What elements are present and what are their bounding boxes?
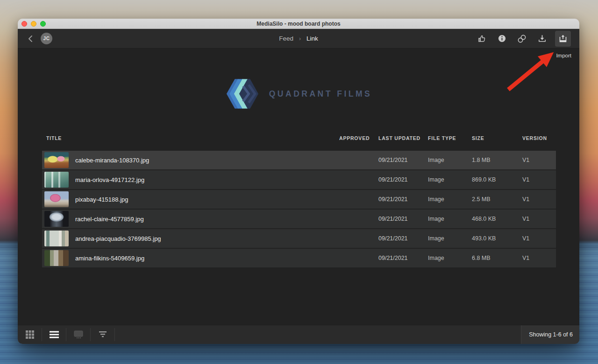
chevron-left-icon — [27, 35, 34, 43]
file-name: calebe-miranda-108370.jpg — [75, 157, 149, 164]
file-type-cell: Image — [425, 216, 469, 222]
bottom-toolbar: Showing 1-6 of 6 — [18, 325, 579, 344]
table-header: TITLE APPROVED LAST UPDATED FILE TYPE SI… — [42, 132, 556, 144]
table-row[interactable]: pixabay-415188.jpg 09/21/2021 Image 2.5 … — [42, 190, 556, 209]
breadcrumb-separator-icon: › — [299, 35, 301, 42]
file-thumbnail — [44, 191, 69, 207]
share-link-button[interactable] — [515, 32, 529, 46]
file-name: amina-filkins-5409659.jpg — [75, 255, 144, 262]
list-view-icon — [49, 330, 59, 339]
last-updated-cell: 09/21/2021 — [376, 255, 425, 261]
table-row[interactable]: andrea-piacquadio-3769985.jpg 09/21/2021… — [42, 229, 556, 248]
title-cell: pixabay-415188.jpg — [42, 191, 336, 207]
column-header-file-type[interactable]: FILE TYPE — [425, 135, 469, 141]
import-button[interactable] — [555, 31, 571, 47]
bottom-bar-spacer — [115, 325, 521, 344]
minimize-window-button[interactable] — [31, 21, 36, 27]
file-type-cell: Image — [425, 157, 469, 163]
file-type-cell: Image — [425, 176, 469, 183]
title-cell: rachel-claire-4577859.jpg — [42, 211, 336, 227]
size-cell: 6.8 MB — [469, 255, 520, 261]
title-cell: amina-filkins-5409659.jpg — [42, 250, 336, 266]
quadrant-films-logo-icon — [225, 76, 260, 112]
breadcrumb-link[interactable]: Link — [306, 35, 318, 42]
list-view-button[interactable] — [42, 325, 66, 344]
last-updated-cell: 09/21/2021 — [376, 235, 425, 242]
approve-button[interactable] — [475, 32, 489, 46]
file-thumbnail — [44, 231, 69, 246]
app-toolbar: JC Feed › Link — [18, 29, 579, 49]
window-title: MediaSilo - mood board photos — [18, 21, 579, 27]
back-button[interactable] — [24, 33, 36, 45]
last-updated-cell: 09/21/2021 — [376, 196, 425, 203]
window-titlebar: MediaSilo - mood board photos — [18, 19, 579, 29]
filter-button[interactable] — [91, 325, 114, 344]
file-type-cell: Image — [425, 255, 469, 261]
file-thumbnail — [44, 211, 69, 227]
file-type-cell: Image — [425, 235, 469, 242]
info-icon — [498, 34, 506, 43]
table-body: calebe-miranda-108370.jpg 09/21/2021 Ima… — [42, 151, 556, 267]
column-header-size[interactable]: SIZE — [469, 135, 520, 141]
main-content: Import — [18, 49, 579, 325]
title-cell: andrea-piacquadio-3769985.jpg — [42, 231, 336, 246]
title-cell: maria-orlova-4917122.jpg — [42, 172, 336, 188]
size-cell: 493.0 KB — [469, 235, 520, 242]
size-cell: 468.0 KB — [469, 216, 520, 222]
column-header-approved[interactable]: APPROVED — [336, 135, 376, 141]
filter-icon — [98, 330, 107, 339]
column-header-title[interactable]: TITLE — [42, 135, 336, 141]
version-cell: V1 — [520, 216, 556, 222]
table-row[interactable]: calebe-miranda-108370.jpg 09/21/2021 Ima… — [42, 151, 556, 169]
showing-count: Showing 1-6 of 6 — [529, 331, 573, 338]
version-cell: V1 — [520, 235, 556, 242]
thumbs-up-icon — [477, 34, 486, 43]
toolbar-actions — [475, 31, 571, 47]
info-button[interactable] — [495, 32, 509, 46]
brand-logo: QUADRANT FILMS — [18, 76, 579, 112]
file-name: andrea-piacquadio-3769985.jpg — [75, 235, 161, 242]
close-window-button[interactable] — [21, 21, 27, 27]
avatar[interactable]: JC — [41, 33, 52, 44]
table-row[interactable]: maria-orlova-4917122.jpg 09/21/2021 Imag… — [42, 170, 556, 189]
file-type-cell: Image — [425, 196, 469, 203]
last-updated-cell: 09/21/2021 — [376, 216, 425, 222]
file-name: rachel-claire-4577859.jpg — [75, 216, 144, 223]
table-row[interactable]: rachel-claire-4577859.jpg 09/21/2021 Ima… — [42, 210, 556, 228]
version-cell: V1 — [520, 255, 556, 261]
breadcrumb: Feed › Link — [279, 35, 318, 42]
table-row[interactable]: amina-filkins-5409659.jpg 09/21/2021 Ima… — [42, 249, 556, 267]
file-thumbnail — [44, 250, 69, 266]
link-icon — [517, 34, 527, 43]
breadcrumb-feed[interactable]: Feed — [279, 35, 293, 42]
file-thumbnail — [44, 152, 69, 168]
size-cell: 1.8 MB — [469, 157, 520, 163]
title-cell: calebe-miranda-108370.jpg — [42, 152, 336, 168]
version-cell: V1 — [520, 176, 556, 183]
file-thumbnail — [44, 172, 69, 188]
player-view-button[interactable] — [66, 325, 90, 344]
version-cell: V1 — [520, 196, 556, 203]
size-cell: 869.0 KB — [469, 176, 520, 183]
grid-view-icon — [25, 330, 35, 339]
app-window: MediaSilo - mood board photos JC Feed › … — [18, 19, 579, 344]
grid-view-button[interactable] — [18, 325, 42, 344]
pagination-status-area: Showing 1-6 of 6 — [521, 325, 579, 344]
download-icon — [538, 34, 547, 43]
zoom-window-button[interactable] — [40, 21, 46, 27]
version-cell: V1 — [520, 157, 556, 163]
last-updated-cell: 09/21/2021 — [376, 157, 425, 163]
size-cell: 2.5 MB — [469, 196, 520, 203]
import-icon — [558, 34, 568, 43]
download-button[interactable] — [535, 32, 549, 46]
last-updated-cell: 09/21/2021 — [376, 176, 425, 183]
import-tooltip: Import — [556, 53, 571, 58]
column-header-version[interactable]: VERSION — [520, 135, 556, 141]
file-name: maria-orlova-4917122.jpg — [75, 176, 144, 183]
traffic-lights — [21, 21, 46, 27]
column-header-last-updated[interactable]: LAST UPDATED — [376, 135, 425, 141]
brand-wordmark: QUADRANT FILMS — [269, 89, 372, 99]
player-view-icon — [73, 330, 84, 339]
file-name: pixabay-415188.jpg — [75, 196, 128, 203]
asset-table: TITLE APPROVED LAST UPDATED FILE TYPE SI… — [42, 132, 556, 268]
